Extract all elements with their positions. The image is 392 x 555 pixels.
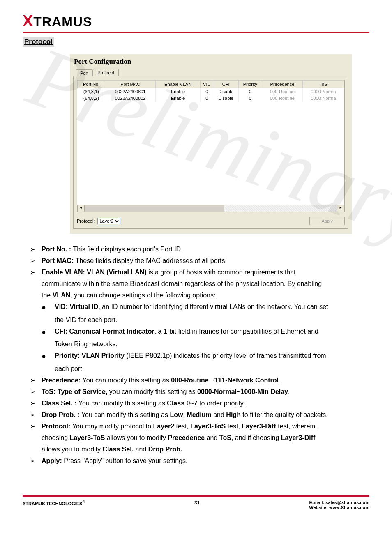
description-list: ➢Port No. : This field displays each por… <box>30 244 369 467</box>
scroll-left-icon[interactable]: ◄ <box>77 205 85 212</box>
col-port-mac[interactable]: Port MAC <box>105 81 156 88</box>
desc-tos: ToS: Type of Service, you can modify thi… <box>42 386 290 398</box>
desc-precedence: Precedence: You can modify this setting … <box>42 375 280 386</box>
desc-vid-cont: the VID for each port. <box>55 314 369 326</box>
col-priority[interactable]: Priority <box>238 81 262 88</box>
bullet-icon: ➢ <box>30 255 42 267</box>
col-port-no[interactable]: Port No. <box>78 81 105 88</box>
cell-vid: 0 <box>201 95 213 101</box>
cell-enable-vlan: Enable <box>156 88 201 95</box>
desc-priority-cont: each port. <box>55 363 369 375</box>
footer-left: XTRAMUS TECHNOLOGIES® <box>23 500 85 510</box>
protocol-label: Protocol: <box>77 219 95 223</box>
desc-port-no: Port No. : This field displays each port… <box>42 244 183 255</box>
cell-precedence: 000-Routine <box>262 88 302 95</box>
apply-button[interactable]: Apply <box>309 217 345 225</box>
scroll-thumb[interactable] <box>85 205 224 212</box>
desc-enable-vlan: Enable VLAN: VLAN (Virtual LAN) is a gro… <box>42 267 296 278</box>
bullet-icon: ➢ <box>30 455 42 467</box>
scroll-track[interactable] <box>85 205 337 212</box>
desc-enable-vlan-cont: communicate within the same Broadcast do… <box>42 278 369 290</box>
desc-protocol-cont2: allows you to modify Class Sel. and Drop… <box>42 444 369 455</box>
col-enable-vlan[interactable]: Enable VLAN <box>156 81 201 88</box>
bullet-icon: ➢ <box>30 375 42 386</box>
desc-port-mac: Port MAC: These fields display the MAC a… <box>42 255 227 267</box>
cell-port-mac: 0022A2400801 <box>105 88 156 95</box>
desc-protocol: Protocol: You may modify protocol to Lay… <box>42 421 317 432</box>
cell-precedence: 000-Routine <box>262 95 302 101</box>
footer-divider <box>23 495 369 497</box>
bullet-icon: ➢ <box>30 398 42 409</box>
website-link[interactable]: www.Xtramus.com <box>329 505 369 510</box>
scroll-right-icon[interactable]: ► <box>337 205 344 212</box>
table-row[interactable]: (64,8,2) 0022A2400802 Enable 0 Disable 0… <box>78 95 344 101</box>
desc-cfi-cont: Token Ring networks. <box>55 339 369 350</box>
col-cfi[interactable]: CFI <box>213 81 238 88</box>
bullet-dot-icon: ● <box>42 350 55 363</box>
port-grid: Port No. Port MAC Enable VLAN VID CFI Pr… <box>77 80 344 101</box>
bullet-icon: ➢ <box>30 267 42 278</box>
table-row[interactable]: (64,8,1) 0022A2400801 Enable 0 Disable 0… <box>78 88 344 95</box>
bullet-icon: ➢ <box>30 244 42 255</box>
brand-logo: XTRAMUS <box>23 12 369 30</box>
grid-wrap: Port No. Port MAC Enable VLAN VID CFI Pr… <box>77 80 345 212</box>
protocol-select[interactable]: Layer2 <box>97 218 120 224</box>
cell-cfi: Disable <box>213 95 238 101</box>
cell-priority: 0 <box>238 88 262 95</box>
section-title: Protocol <box>23 37 54 47</box>
footer-right: E-mail: sales@xtramus.com Website: www.X… <box>309 500 369 510</box>
bullet-dot-icon: ● <box>42 326 55 339</box>
col-tos[interactable]: ToS <box>302 81 344 88</box>
desc-vid: VID: Virtual ID, an ID number for identi… <box>55 301 328 314</box>
desc-protocol-cont1: choosing Layer3-ToS allows you to modify… <box>42 432 369 444</box>
desc-apply: Apply: Press "Apply" button to save your… <box>42 455 188 467</box>
brand-x: X <box>23 12 33 30</box>
header-divider <box>23 32 369 33</box>
horizontal-scrollbar[interactable]: ◄ ► <box>77 205 344 212</box>
desc-class-sel: Class Sel. : You can modify this setting… <box>42 398 245 409</box>
brand-rest: TRAMUS <box>33 14 92 29</box>
dialog-title: Port Configuration <box>74 58 348 66</box>
email-link[interactable]: sales@xtramus.com <box>325 500 369 505</box>
cell-port-no: (64,8,1) <box>78 88 105 95</box>
cell-port-no: (64,8,2) <box>78 95 105 101</box>
desc-priority: Priority: VLAN Priority (IEEE P802.1p) i… <box>55 350 326 363</box>
cell-tos: 0000-Norma <box>302 88 344 95</box>
tab-port[interactable]: Port <box>76 69 93 76</box>
col-vid[interactable]: VID <box>201 81 213 88</box>
bullet-icon: ➢ <box>30 409 42 421</box>
tab-protocol[interactable]: Protocol <box>93 69 118 76</box>
cell-port-mac: 0022A2400802 <box>105 95 156 101</box>
desc-cfi: CFI: Canonical Format Indicator, a 1-bit… <box>55 326 318 339</box>
tab-panel: Port No. Port MAC Enable VLAN VID CFI Pr… <box>73 76 348 229</box>
desc-drop-prob: Drop Prob. : You can modify this setting… <box>42 409 328 421</box>
cell-tos: 0000-Norma <box>302 95 344 101</box>
bullet-icon: ➢ <box>30 386 42 398</box>
cell-vid: 0 <box>201 88 213 95</box>
desc-enable-vlan-cont2: the VLAN, you can change settings of the… <box>42 290 369 301</box>
col-precedence[interactable]: Precedence <box>262 81 302 88</box>
page-number: 31 <box>194 500 200 510</box>
port-config-dialog: Port Configuration Port Protocol Port No… <box>70 54 352 234</box>
cell-cfi: Disable <box>213 88 238 95</box>
cell-priority: 0 <box>238 95 262 101</box>
tab-row: Port Protocol <box>76 68 348 76</box>
page-footer: XTRAMUS TECHNOLOGIES® 31 E-mail: sales@x… <box>23 500 369 510</box>
bullet-icon: ➢ <box>30 421 42 432</box>
dialog-bottom-row: Protocol: Layer2 Apply <box>77 217 345 225</box>
cell-enable-vlan: Enable <box>156 95 201 101</box>
bullet-dot-icon: ● <box>42 301 55 314</box>
